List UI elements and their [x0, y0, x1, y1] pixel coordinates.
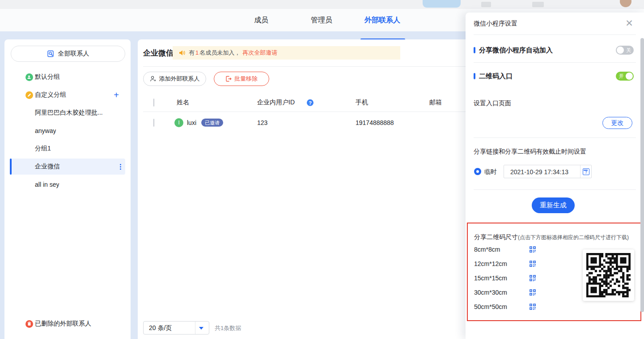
- qr-entry-toggle[interactable]: 开: [616, 72, 634, 81]
- qr-code: [583, 249, 634, 301]
- avatar: [620, 0, 631, 7]
- sidebar-item-group[interactable]: 分组1: [4, 142, 131, 155]
- divider: [195, 322, 195, 334]
- all-contacts-button[interactable]: 全部联系人: [11, 46, 125, 62]
- panel-scrollbar[interactable]: [640, 38, 644, 312]
- close-icon[interactable]: ✕: [623, 17, 636, 30]
- toggle-state-text: 关: [626, 47, 631, 54]
- add-external-contact-button[interactable]: 添加外部联系人: [143, 72, 206, 86]
- auto-join-toggle[interactable]: 关: [616, 46, 634, 55]
- toggle-state-text: 开: [619, 73, 624, 80]
- qr-download-icon[interactable]: [529, 246, 536, 253]
- qr-download-icon[interactable]: [529, 303, 536, 310]
- toggle-knob: [617, 47, 624, 54]
- remove-export-icon: [225, 76, 232, 82]
- speaker-icon: [179, 50, 186, 56]
- divider: [580, 165, 580, 178]
- sidebar-item-selected-group[interactable]: 企业微信: [10, 159, 125, 175]
- qr-size-label: 30cm*30cm: [474, 289, 507, 296]
- sidebar-item-label: 企业微信: [35, 163, 60, 171]
- qr-size-hint: (点击下方图标选择相应的二维码尺寸进行下载): [518, 234, 629, 240]
- sidebar-item-label: 默认分组: [35, 73, 60, 81]
- sidebar-item-label: 自定义分组: [35, 91, 66, 99]
- selected-indicator-bar: [10, 159, 12, 175]
- background-blue-pill: [423, 0, 461, 8]
- tab-admins[interactable]: 管理员: [311, 16, 332, 25]
- banner-text: 有1名成员未加入，: [189, 49, 240, 57]
- sidebar-item-label: 阿里巴巴白木胶处理批...: [35, 109, 103, 117]
- sidebar-item-label: 已删除的外部联系人: [35, 320, 91, 328]
- expiry-datetime-input[interactable]: 2021-10-29 17:34:13 7: [504, 165, 592, 178]
- help-icon[interactable]: ?: [307, 99, 314, 106]
- page-size-select[interactable]: 20 条/页: [143, 321, 209, 335]
- background-toolbar-icon: [481, 2, 491, 7]
- expiry-datetime-value: 2021-10-29 17:34:13: [510, 168, 568, 176]
- contact-name: luxi: [187, 119, 196, 126]
- auto-join-label: 分享微信小程序自动加入: [479, 46, 553, 55]
- qr-size-label: 15cm*15cm: [474, 275, 507, 282]
- page-size-value: 20 条/页: [149, 324, 172, 332]
- add-external-contact-label: 添加外部联系人: [159, 75, 200, 83]
- temporary-radio-label: 临时: [484, 168, 497, 176]
- select-all-checkbox[interactable]: [153, 99, 154, 106]
- user-icon: [25, 73, 33, 81]
- person-plus-icon: [150, 76, 157, 82]
- all-contacts-label: 全部联系人: [58, 50, 89, 58]
- entry-page-label: 设置入口页面: [474, 99, 511, 107]
- sidebar-item-default-group[interactable]: 默认分组: [4, 71, 131, 83]
- avatar: l: [174, 118, 183, 127]
- batch-remove-label: 批量移除: [234, 75, 258, 83]
- sidebar-item-group[interactable]: 阿里巴巴白木胶处理批...: [4, 107, 131, 119]
- column-header-name: 姓名: [177, 99, 189, 107]
- sidebar-item-label: all in sey: [35, 181, 59, 188]
- change-entry-page-button[interactable]: 更改: [602, 117, 632, 129]
- row-checkbox[interactable]: [153, 119, 154, 126]
- wechat-miniprogram-settings-panel: 微信小程序设置 ✕ 分享微信小程序自动加入 关 二维码入口 开 设置入口页面 更…: [466, 13, 644, 339]
- add-group-button[interactable]: +: [111, 89, 122, 101]
- contact-book-icon: [47, 50, 55, 58]
- qr-download-icon[interactable]: [529, 289, 536, 296]
- regenerate-button[interactable]: 重新生成: [532, 197, 575, 213]
- qr-size-label: 8cm*8cm: [474, 246, 500, 253]
- trash-icon: [25, 320, 33, 328]
- temporary-radio[interactable]: [474, 168, 481, 175]
- panel-title: 微信小程序设置: [474, 20, 517, 28]
- column-header-email: 邮箱: [429, 99, 442, 107]
- qr-download-icon[interactable]: [529, 260, 536, 267]
- tab-external-contacts[interactable]: 外部联系人: [364, 16, 400, 25]
- qr-entry-section: 二维码入口: [474, 72, 513, 81]
- batch-remove-button[interactable]: 批量移除: [214, 72, 269, 86]
- sidebar-item-group[interactable]: anyway: [4, 124, 131, 137]
- reinvite-all-link[interactable]: 再次全部邀请: [242, 49, 277, 57]
- total-count-text: 共1条数据: [215, 324, 241, 332]
- sidebar-item-deleted-contacts[interactable]: 已删除的外部联系人: [4, 318, 131, 330]
- main-content: 企业微信 有1名成员未加入， 再次全部邀请 添加外部联系人 批量移除 姓名 企业…: [138, 39, 479, 339]
- tab-members[interactable]: 成员: [254, 16, 268, 25]
- background-toolbar-icon: [532, 2, 544, 7]
- calendar-icon[interactable]: 7: [583, 168, 589, 175]
- auto-join-section: 分享微信小程序自动加入: [474, 46, 553, 55]
- expiry-settings-label: 分享链接和分享二维码有效截止时间设置: [474, 148, 586, 156]
- chevron-down-icon: [199, 327, 203, 330]
- divider: [474, 189, 636, 190]
- user-id-value: 123: [257, 119, 267, 126]
- toggle-knob: [626, 73, 633, 80]
- qr-size-section-title: 分享二维码尺寸(点击下方图标选择相应的二维码尺寸进行下载): [474, 233, 629, 241]
- section-accent-bar: [474, 73, 475, 79]
- qr-download-icon[interactable]: [529, 275, 536, 282]
- sidebar-item-group[interactable]: all in sey: [4, 178, 131, 191]
- page-title: 企业微信: [143, 48, 174, 58]
- table-row[interactable]: l luxi 已邀请 123 19174888888: [143, 112, 467, 133]
- invite-banner: 有1名成员未加入， 再次全部邀请: [173, 46, 400, 60]
- group-more-menu-icon[interactable]: [116, 162, 125, 171]
- uninvited-count: 1: [195, 49, 199, 56]
- column-header-phone: 手机: [356, 99, 368, 107]
- column-header-user-id: 企业内用户ID: [257, 99, 295, 107]
- sidebar-item-label: anyway: [35, 127, 56, 134]
- divider: [474, 34, 636, 35]
- app-root: 成员 管理员 外部联系人 全部联系人 默认分组 自定义分组 +: [0, 0, 644, 339]
- divider: [474, 137, 636, 138]
- sidebar-item-custom-group[interactable]: 自定义分组 +: [4, 89, 131, 101]
- qr-size-highlight-box: 分享二维码尺寸(点击下方图标选择相应的二维码尺寸进行下载) 8cm*8cm 12…: [467, 223, 641, 321]
- pencil-icon: [25, 91, 33, 99]
